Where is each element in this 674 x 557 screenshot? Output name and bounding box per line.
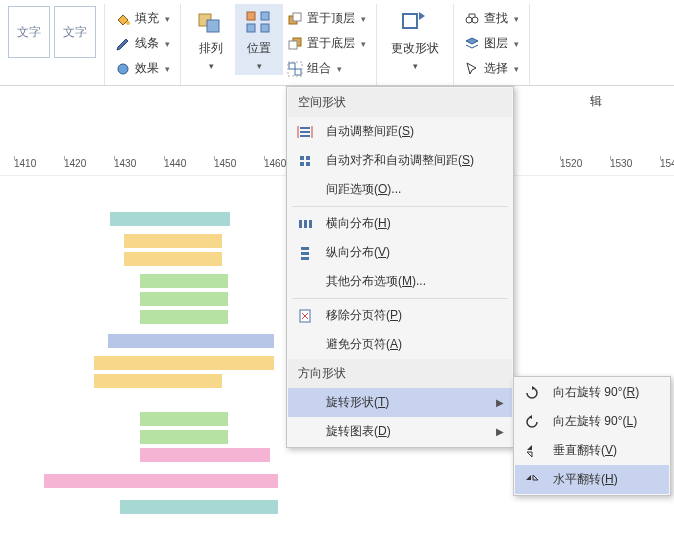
effects-icon [115, 61, 131, 77]
textbox-button-2[interactable]: 文字 [54, 6, 96, 58]
menu-item[interactable]: 水平翻转(H) [515, 465, 669, 494]
shape-bar[interactable] [124, 234, 222, 248]
pen-icon [115, 36, 131, 52]
menu-item[interactable]: 移除分页符(P) [288, 301, 512, 330]
group-icon [287, 61, 303, 77]
svg-rect-22 [299, 220, 302, 228]
find-button[interactable]: 查找▾ [460, 8, 523, 29]
svg-rect-15 [403, 14, 417, 28]
svg-rect-24 [309, 220, 312, 228]
select-button[interactable]: 选择▾ [460, 58, 523, 79]
position-menu: 空间形状 自动调整间距(S)自动对齐和自动调整间距(S)间距选项(O)... 横… [286, 86, 514, 448]
shape-bar[interactable] [94, 356, 274, 370]
arrange-icon [195, 8, 227, 36]
arrange-button[interactable]: 排列▾ [187, 4, 235, 75]
chevron-down-icon: ▾ [337, 64, 342, 74]
shape-bar[interactable] [110, 212, 230, 226]
menu-item[interactable]: 自动调整间距(S) [288, 117, 512, 146]
menu-item[interactable]: 避免分页符(A) [288, 330, 512, 359]
svg-point-16 [466, 17, 472, 23]
menu-item[interactable]: 垂直翻转(V) [515, 436, 669, 465]
menu-item[interactable]: 其他分布选项(M)... [288, 267, 512, 296]
flip-v-icon [521, 443, 543, 459]
shape-bar[interactable] [120, 500, 278, 514]
binoculars-icon [464, 11, 480, 27]
chevron-down-icon: ▾ [209, 61, 214, 71]
ruler-tick: 1420 [64, 158, 86, 169]
menu-item[interactable]: 向左旋转 90°(L) [515, 407, 669, 436]
menu-item-label: 旋转图表(D) [326, 423, 391, 440]
shape-bar[interactable] [140, 274, 228, 288]
shape-bar[interactable] [140, 310, 228, 324]
svg-rect-19 [306, 156, 310, 160]
svg-rect-21 [306, 162, 310, 166]
menu-item-label: 横向分布(H) [326, 215, 391, 232]
menu-separator [292, 298, 508, 299]
ruler-tick: 1450 [214, 158, 236, 169]
page-x-icon [294, 308, 316, 324]
ruler-tick: 1430 [114, 158, 136, 169]
fill-button[interactable]: 填充▾ [111, 8, 174, 29]
ruler-tick: 1520 [560, 158, 582, 169]
rotate-submenu: 向右旋转 90°(R)向左旋转 90°(L)垂直翻转(V)水平翻转(H) [513, 376, 671, 496]
menu-item-label: 自动对齐和自动调整间距(S) [326, 152, 474, 169]
menu-item-label: 避免分页符(A) [326, 336, 402, 353]
shape-bar[interactable] [94, 374, 222, 388]
menu-separator [292, 206, 508, 207]
chevron-down-icon: ▾ [514, 14, 519, 24]
cursor-icon [464, 61, 480, 77]
menu-item[interactable]: 间距选项(O)... [288, 175, 512, 204]
shape-bar[interactable] [140, 430, 228, 444]
chevron-down-icon: ▾ [165, 14, 170, 24]
dist-v-icon [294, 245, 316, 261]
menu-item-label: 向右旋转 90°(R) [553, 384, 639, 401]
menu-item[interactable]: 纵向分布(V) [288, 238, 512, 267]
group-button[interactable]: 组合▾ [283, 58, 370, 79]
group-arrange: 排列▾ 位置▾ 置于顶层▾ 置于底层▾ 组合▾ [181, 4, 377, 85]
svg-rect-7 [261, 24, 269, 32]
shape-bar[interactable] [124, 252, 222, 266]
menu-item-label: 向左旋转 90°(L) [553, 413, 637, 430]
position-button[interactable]: 位置▾ [235, 4, 283, 75]
bring-front-button[interactable]: 置于顶层▾ [283, 8, 370, 29]
textbox-button-1[interactable]: 文字 [8, 6, 50, 58]
menu-item[interactable]: 旋转形状(T)▶ [288, 388, 512, 417]
bring-front-icon [287, 11, 303, 27]
shape-bar[interactable] [140, 448, 270, 462]
menu-item-label: 水平翻转(H) [553, 471, 618, 488]
svg-rect-3 [207, 20, 219, 32]
menu-item[interactable]: 向右旋转 90°(R) [515, 378, 669, 407]
menu-item[interactable]: 横向分布(H) [288, 209, 512, 238]
svg-rect-26 [301, 252, 309, 255]
spacing-icon [294, 124, 316, 140]
shape-bar[interactable] [140, 412, 228, 426]
shape-bar[interactable] [108, 334, 274, 348]
menu-item-label: 旋转形状(T) [326, 394, 389, 411]
chevron-down-icon: ▾ [514, 39, 519, 49]
group-change-shape: 更改形状▾ [377, 4, 454, 85]
rot-r-icon [521, 385, 543, 401]
svg-rect-13 [295, 69, 301, 75]
align-space-icon [294, 153, 316, 169]
dist-h-icon [294, 216, 316, 232]
shape-bar[interactable] [44, 474, 278, 488]
svg-rect-9 [293, 13, 301, 21]
svg-rect-12 [289, 63, 295, 69]
menu-item[interactable]: 自动对齐和自动调整间距(S) [288, 146, 512, 175]
chevron-down-icon: ▾ [413, 61, 418, 71]
chevron-down-icon: ▾ [165, 39, 170, 49]
effect-button[interactable]: 效果▾ [111, 58, 174, 79]
rot-l-icon [521, 414, 543, 430]
menu-section-header: 方向形状 [288, 359, 512, 388]
send-back-button[interactable]: 置于底层▾ [283, 33, 370, 54]
line-button[interactable]: 线条▾ [111, 33, 174, 54]
shape-bar[interactable] [140, 292, 228, 306]
submenu-arrow-icon: ▶ [496, 397, 504, 408]
chevron-down-icon: ▾ [361, 14, 366, 24]
menu-item[interactable]: 旋转图表(D)▶ [288, 417, 512, 446]
svg-rect-20 [300, 162, 304, 166]
chevron-down-icon: ▾ [361, 39, 366, 49]
layers-button[interactable]: 图层▾ [460, 33, 523, 54]
change-shape-button[interactable]: 更改形状▾ [383, 4, 447, 75]
svg-rect-18 [300, 156, 304, 160]
